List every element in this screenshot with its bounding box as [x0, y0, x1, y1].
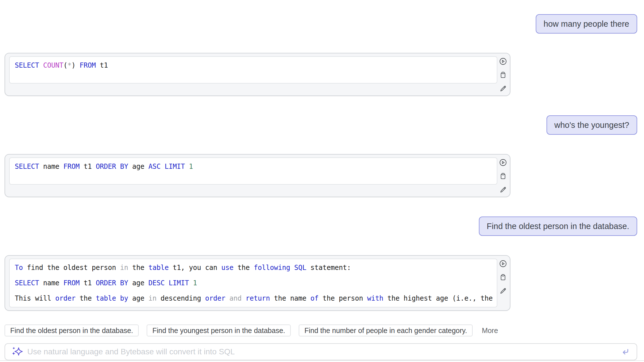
sql-token-pl: statement: [306, 264, 351, 272]
user-message-row: who's the youngest? [5, 115, 637, 135]
sql-token-fn: COUNT [43, 61, 63, 69]
sql-token-kw: SELECT [15, 279, 39, 287]
sql-token-op: * [67, 61, 71, 69]
sql-action-toolbar [499, 159, 507, 194]
sql-token-pl: name [39, 279, 64, 287]
sql-code-block[interactable]: SELECT COUNT(*) FROM t1 [9, 56, 497, 84]
sql-token-kw: DESC [148, 279, 165, 287]
clipboard-icon [499, 273, 507, 281]
sql-token-pl [225, 294, 229, 302]
clipboard-icon [499, 71, 507, 79]
nl2sql-input-bar [5, 343, 637, 360]
sql-token-kw: order [205, 294, 225, 302]
sql-token-pl [242, 294, 246, 302]
suggestion-chip-oldest[interactable]: Find the oldest person in the database. [5, 324, 139, 336]
sql-token-kw: ORDER [96, 163, 116, 170]
sql-token-pl: the person [319, 294, 367, 302]
user-message-row: Find the oldest person in the database. [5, 217, 637, 236]
sql-token-pl: This will [15, 294, 55, 302]
bottom-divider [0, 360, 644, 361]
sql-token-pl [165, 279, 169, 287]
code-line: SELECT name FROM t1 ORDER BY age DESC LI… [15, 278, 495, 288]
sql-token-kw: SQL [294, 264, 306, 272]
sql-token-pl: name [39, 163, 64, 170]
assistant-message-row: SELECT COUNT(*) FROM t1 [5, 53, 637, 96]
sql-token-pl [161, 163, 165, 170]
sql-token-kw: use [221, 264, 234, 272]
sql-token-kw: To [15, 264, 23, 272]
sql-token-pl: t1, you can [169, 264, 221, 272]
sql-token-op: in [120, 264, 128, 272]
sql-token-kw: return [246, 294, 270, 302]
play-circle-icon [499, 57, 507, 65]
sql-token-kw: table [96, 294, 116, 302]
sql-token-pl [189, 279, 193, 287]
more-suggestions-button[interactable]: More [481, 326, 499, 335]
suggestion-chip-gender-count[interactable]: Find the number of people in each gender… [299, 324, 473, 336]
sql-token-kw: LIMIT [169, 279, 189, 287]
sql-token-op: and [229, 294, 242, 302]
sql-action-toolbar [499, 260, 507, 295]
sql-token-kw: SELECT [15, 61, 39, 69]
user-message-bubble: who's the youngest? [547, 115, 637, 135]
pencil-icon [499, 287, 507, 295]
sql-token-pl: the name [270, 294, 311, 302]
copy-sql-button[interactable] [499, 172, 507, 180]
sql-token-pl: t1 [96, 61, 108, 69]
sql-token-kw: FROM [63, 163, 80, 170]
code-line: SELECT name FROM t1 ORDER BY age ASC LIM… [15, 161, 495, 172]
sql-code-block[interactable]: To find the oldest person in the table t… [9, 259, 497, 307]
clipboard-icon [499, 172, 507, 180]
run-sql-button[interactable] [499, 260, 507, 268]
edit-sql-button[interactable] [499, 186, 507, 194]
sql-token-kw: with [367, 294, 383, 302]
play-circle-icon [499, 260, 507, 268]
sql-token-kw: BY [120, 163, 128, 170]
suggestions-row: Find the oldest person in the database. … [5, 324, 637, 336]
sql-token-pl: ) [72, 61, 80, 69]
sql-token-op: in [148, 294, 157, 302]
suggestion-chip-youngest[interactable]: Find the youngest person in the database… [147, 324, 291, 336]
user-message-bubble: how many people there [536, 14, 637, 34]
submit-enter-button[interactable] [621, 347, 630, 357]
copy-sql-button[interactable] [499, 71, 507, 79]
edit-sql-button[interactable] [499, 85, 507, 93]
play-circle-icon [499, 159, 507, 167]
sql-token-pl: the [76, 294, 96, 302]
nl2sql-input[interactable] [27, 347, 617, 357]
sql-token-pl: find the oldest person [23, 264, 120, 272]
sql-token-kw: SELECT [15, 163, 39, 170]
sql-token-pl [290, 264, 294, 272]
ai-response-card: To find the oldest person in the table t… [5, 255, 510, 311]
assistant-message-row: SELECT name FROM t1 ORDER BY age ASC LIM… [5, 154, 637, 197]
ai-response-card: SELECT name FROM t1 ORDER BY age ASC LIM… [5, 154, 510, 197]
sql-token-pl: ( [63, 61, 67, 69]
ai-response-card: SELECT COUNT(*) FROM t1 [5, 53, 510, 96]
conversation: how many people there SELECT COUNT(*) FR… [5, 14, 637, 311]
sql-token-pl: t1 [80, 279, 96, 287]
sql-token-kw: LIMIT [165, 163, 185, 170]
run-sql-button[interactable] [499, 159, 507, 167]
sql-token-kw: table [148, 264, 169, 272]
code-line: SELECT COUNT(*) FROM t1 [15, 60, 495, 70]
sql-token-pl: the [128, 264, 148, 272]
edit-sql-button[interactable] [499, 287, 507, 295]
sql-token-pl [116, 279, 120, 287]
user-message-row: how many people there [5, 14, 637, 34]
assistant-message-row: To find the oldest person in the table t… [5, 255, 637, 311]
return-arrow-icon [621, 347, 630, 357]
run-sql-button[interactable] [499, 57, 507, 65]
sparkle-icon [11, 346, 23, 357]
sql-token-kw: FROM [63, 279, 80, 287]
sql-token-pl [116, 294, 120, 302]
sql-token-kw: following [254, 264, 290, 272]
copy-sql-button[interactable] [499, 273, 507, 281]
sql-token-kw: FROM [80, 61, 96, 69]
sql-token-pl: age [128, 163, 148, 170]
sql-token-pl: age [128, 279, 148, 287]
sql-token-pl [185, 163, 189, 170]
sql-token-pl: age [128, 294, 148, 302]
sql-token-pl: t1 [80, 163, 96, 170]
sql-code-block[interactable]: SELECT name FROM t1 ORDER BY age ASC LIM… [9, 157, 497, 185]
code-line: This will order the table by age in desc… [15, 293, 495, 303]
